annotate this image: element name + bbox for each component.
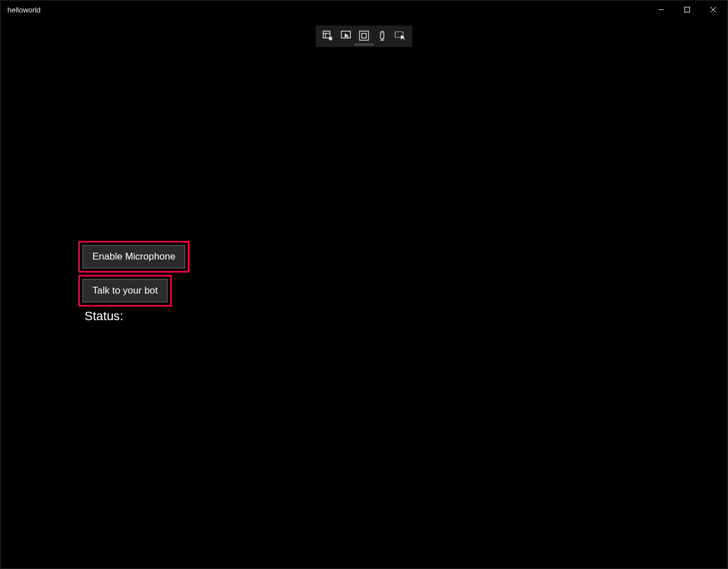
window-controls	[648, 1, 726, 19]
svg-rect-1	[685, 7, 690, 12]
maximize-button[interactable]	[674, 1, 700, 19]
status-label: Status:	[84, 309, 123, 324]
enable-microphone-button[interactable]: Enable Microphone	[82, 245, 185, 269]
minimize-button[interactable]	[648, 1, 674, 19]
talk-to-bot-button[interactable]: Talk to your bot	[82, 279, 168, 303]
close-button[interactable]	[700, 1, 726, 19]
enable-microphone-highlight: Enable Microphone	[78, 241, 189, 273]
app-content: Enable Microphone Talk to your bot Statu…	[1, 19, 727, 568]
talk-to-bot-highlight: Talk to your bot	[78, 275, 172, 307]
window-title: helloworld	[7, 6, 41, 14]
titlebar: helloworld	[1, 1, 727, 19]
